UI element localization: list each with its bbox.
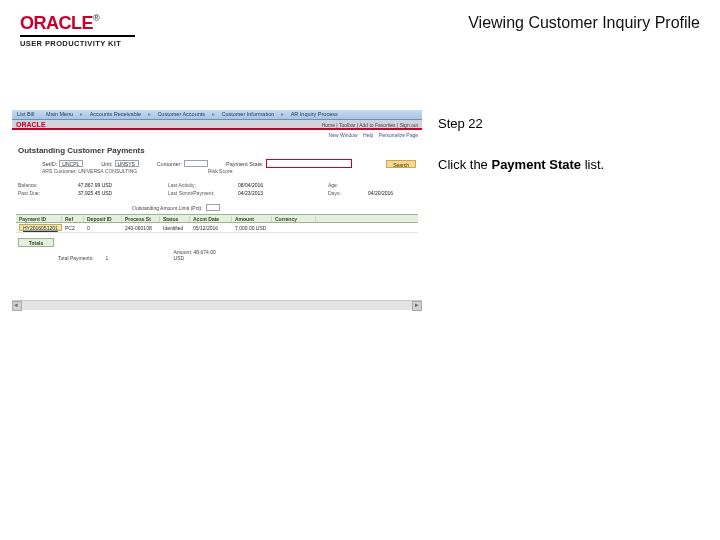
- breadcrumb-item[interactable]: Customer Accounts: [157, 111, 205, 117]
- risk-score-label: Risk Score:: [208, 168, 234, 174]
- days-value: 04/20/2016: [368, 190, 408, 196]
- last-stmt-value: 04/23/2013: [238, 190, 328, 196]
- cell-process-st: 240-060108: [122, 225, 160, 231]
- totals-chip: Totals: [18, 238, 54, 247]
- app-screenshot: List Bill Main Menu ▸ Accounts Receivabl…: [12, 110, 422, 310]
- scroll-left-button[interactable]: [12, 301, 22, 311]
- last-stmt-label: Last Stmnt/Payment:: [168, 190, 238, 196]
- help-link[interactable]: Help: [363, 132, 373, 138]
- search-button[interactable]: Search: [386, 160, 416, 168]
- upk-subtitle: USER PRODUCTIVITY KIT: [20, 39, 135, 48]
- cell-deposit-id: 0: [84, 225, 122, 231]
- col-amount[interactable]: Amount: [232, 216, 272, 222]
- breadcrumb-item[interactable]: Main Menu: [46, 111, 73, 117]
- setid-input[interactable]: UNCPL: [59, 160, 83, 167]
- page-title: Viewing Customer Inquiry Profile: [468, 14, 700, 32]
- step-label: Step 22: [438, 116, 698, 131]
- col-ref[interactable]: Ref: [62, 216, 84, 222]
- col-process-st[interactable]: Process St: [122, 216, 160, 222]
- payment-id-link[interactable]: HY2016051201: [19, 224, 62, 231]
- instruction-text: Click the Payment State list.: [438, 157, 698, 172]
- chevron-right-icon: ▸: [80, 111, 83, 117]
- breadcrumb-item[interactable]: List Bill: [17, 111, 34, 117]
- table-header-row: Payment ID Ref Deposit ID Process St Sta…: [16, 214, 418, 223]
- total-payments-value: 1: [105, 255, 108, 261]
- col-accnt-date[interactable]: Accnt Date: [190, 216, 232, 222]
- section-heading: Outstanding Customer Payments: [18, 146, 145, 155]
- amount-limit-row: Outstanding Amount Limit (Pct):: [132, 204, 220, 211]
- scroll-right-button[interactable]: [412, 301, 422, 311]
- ars-customer-value: UNIVERSA CONSULTING: [78, 168, 137, 174]
- filter-row: SetID:UNCPL Unit:UNSYS Customer: Payment…: [42, 159, 416, 168]
- customer-label: Customer:: [157, 161, 182, 167]
- col-currency[interactable]: Currency: [272, 216, 316, 222]
- logo-divider: [20, 35, 135, 37]
- cell-ref: PC2: [62, 225, 84, 231]
- amount-limit-input[interactable]: [206, 204, 220, 211]
- breadcrumb-item[interactable]: AR Inquiry Process: [291, 111, 338, 117]
- header-links[interactable]: Home | Toolbar | Add to Favorites | Sign…: [322, 122, 418, 128]
- last-activity-label: Last Activity:: [168, 182, 238, 188]
- col-status[interactable]: Status: [160, 216, 190, 222]
- customer-input[interactable]: [184, 160, 208, 167]
- total-payments-label: Total Payments:: [58, 255, 104, 261]
- breadcrumb-item[interactable]: Customer Information: [221, 111, 274, 117]
- payment-state-dropdown[interactable]: [266, 159, 352, 168]
- payment-state-label: Payment State:: [226, 161, 264, 167]
- chevron-right-icon: ▸: [281, 111, 284, 117]
- oracle-upk-logo: ORACLE® USER PRODUCTIVITY KIT: [20, 14, 135, 48]
- last-activity-value: 08/04/2016: [238, 182, 328, 188]
- cell-amount: 7,000.00 USD: [232, 225, 272, 231]
- horizontal-scrollbar[interactable]: [12, 300, 422, 310]
- chevron-right-icon: ▸: [148, 111, 151, 117]
- chevron-right-icon: ▸: [212, 111, 215, 117]
- col-deposit-id[interactable]: Deposit ID: [84, 216, 122, 222]
- age-value: [368, 182, 408, 188]
- cell-status: Identified: [160, 225, 190, 231]
- mini-oracle-logo: ORACLE: [16, 121, 46, 128]
- col-payment-id[interactable]: Payment ID: [16, 216, 62, 222]
- instruction-panel: Step 22 Click the Payment State list.: [438, 116, 698, 172]
- balance-label: Balance:: [18, 182, 78, 188]
- ars-customer-label: ARS Customer:: [42, 168, 77, 174]
- balance-value: 47,867.99 USD: [78, 182, 168, 188]
- breadcrumb-item[interactable]: Accounts Receivable: [90, 111, 141, 117]
- amount-limit-label: Outstanding Amount Limit (Pct):: [132, 205, 203, 211]
- unit-input[interactable]: UNSYS: [115, 160, 139, 167]
- unit-label: Unit:: [101, 161, 112, 167]
- window-utility-links: New Window Help Personalize Page: [325, 132, 418, 138]
- totals-line: Total Payments: 1 Amount: 48,674.00 USD: [58, 249, 224, 261]
- new-window-link[interactable]: New Window: [329, 132, 358, 138]
- setid-label: SetID:: [42, 161, 57, 167]
- personalize-page-link[interactable]: Personalize Page: [379, 132, 418, 138]
- age-label: Age:: [328, 182, 368, 188]
- oracle-wordmark: ORACLE®: [20, 14, 135, 32]
- payments-table: Payment ID Ref Deposit ID Process St Sta…: [16, 214, 418, 233]
- past-due-label: Past Due:: [18, 190, 78, 196]
- cell-accnt-date: 05/12/2016: [190, 225, 232, 231]
- past-due-value: 37,925.45 USD: [78, 190, 168, 196]
- days-label: Days:: [328, 190, 368, 196]
- breadcrumb-bar: List Bill Main Menu ▸ Accounts Receivabl…: [12, 110, 422, 120]
- app-header-band: ORACLE Home | Toolbar | Add to Favorites…: [12, 120, 422, 130]
- customer-summary-grid: Balance: 47,867.99 USD Last Activity: 08…: [18, 182, 416, 196]
- table-row: HY2016051201 PC2 0 240-060108 Identified…: [16, 223, 418, 233]
